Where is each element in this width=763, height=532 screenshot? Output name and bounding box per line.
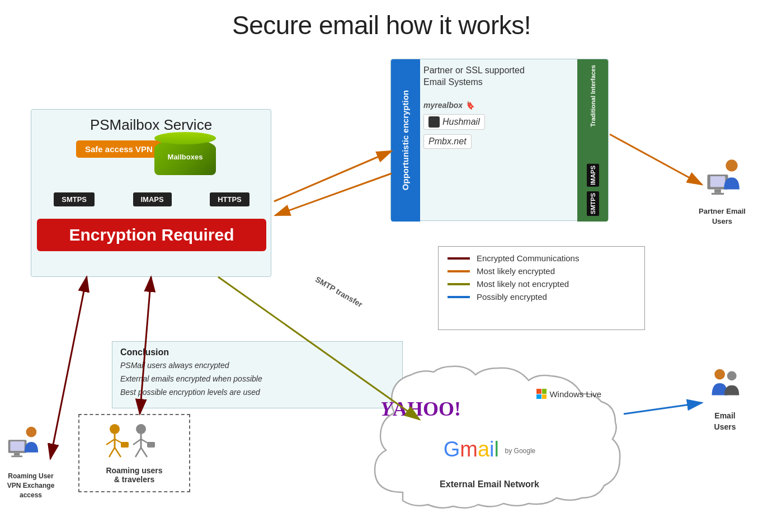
opp-enc-label: Opportunistic encryption — [400, 90, 411, 190]
windows-live-logo: Windows Live — [536, 389, 601, 399]
legend-label-likely: Most likely encrypted — [477, 266, 555, 276]
yahoo-logo: YAHOO! — [380, 397, 461, 421]
roaming-user-icon — [3, 425, 42, 467]
svg-rect-1 — [710, 176, 726, 187]
legend-label-possible: Possibly encrypted — [477, 292, 547, 302]
legend-item-likely: Most likely encrypted — [448, 266, 635, 276]
https-tag: HTTPS — [210, 192, 249, 206]
svg-rect-18 — [121, 442, 129, 448]
page-title: Secure email how it works! — [0, 0, 763, 40]
svg-line-23 — [135, 448, 141, 457]
external-network-label: External Email Network — [375, 479, 604, 489]
travelers-label: Roaming users & travelers — [106, 466, 162, 484]
external-email-cloud: YAHOO! Windows Live Gmail by Google Exte… — [358, 364, 621, 515]
conclusion-text: PSMail users always encrypted External e… — [120, 359, 394, 399]
svg-line-21 — [133, 439, 141, 445]
email-users-icon — [703, 366, 747, 408]
partner-person-icon — [703, 157, 742, 204]
svg-line-38 — [624, 403, 702, 414]
roaming-travelers-box: Roaming users & travelers — [78, 414, 190, 492]
svg-line-33 — [275, 173, 392, 215]
svg-point-5 — [714, 369, 725, 380]
svg-line-34 — [610, 134, 702, 185]
roaming-user: Roaming UserVPN Exchangeaccess — [3, 425, 59, 500]
trad-interfaces: Traditional Interfaces IMAPS SMTPS — [577, 59, 608, 222]
imaps-tag: IMAPS — [133, 192, 172, 206]
conclusion-line-3: Best possible encryption levels are used — [120, 386, 394, 399]
partner-text: Partner or SSL supported Email Systems — [423, 65, 541, 88]
myrealbox-row: myrealbox 🔖 — [423, 101, 541, 110]
ms-flag-icon — [536, 389, 547, 399]
trad-tags: IMAPS SMTPS — [587, 164, 599, 216]
svg-rect-9 — [14, 453, 20, 456]
partner-person-label: Partner EmailUsers — [691, 206, 753, 227]
svg-rect-10 — [11, 455, 22, 457]
legend-box: Encrypted Communications Most likely enc… — [438, 246, 645, 330]
pmbx-logo: Pmbx.net — [423, 134, 472, 149]
smtps-tag: SMTPS — [54, 192, 95, 206]
legend-label-not-encrypted: Most likely not encrypted — [477, 279, 569, 289]
smtps-trad-tag: SMTPS — [587, 191, 599, 216]
hushmail-logo: Hushmail — [423, 114, 485, 130]
hushmail-icon — [428, 116, 440, 128]
protocol-tags: SMTPS IMAPS HTTPS — [37, 192, 266, 206]
svg-rect-8 — [10, 441, 24, 451]
svg-line-24 — [141, 448, 147, 457]
legend-item-not-encrypted: Most likely not encrypted — [448, 279, 635, 289]
svg-rect-3 — [712, 193, 724, 195]
svg-line-32 — [274, 151, 392, 201]
svg-point-4 — [726, 159, 737, 171]
svg-line-16 — [109, 448, 115, 457]
svg-point-19 — [136, 424, 146, 434]
email-users: EmailUsers — [697, 366, 753, 432]
hushmail-row: Hushmail — [423, 114, 541, 130]
legend-line-possible — [448, 296, 470, 298]
svg-line-14 — [106, 439, 115, 445]
vpn-button[interactable]: Safe access VPN — [76, 140, 162, 158]
pmbx-row: Pmbx.net — [423, 134, 541, 149]
legend-item-encrypted: Encrypted Communications — [448, 253, 635, 263]
svg-rect-25 — [147, 442, 155, 448]
gmail-logo: Gmail by Google — [444, 437, 536, 462]
cloud-content: YAHOO! Windows Live Gmail by Google Exte… — [375, 380, 604, 492]
psmail-service-box: PSMailbox Service Safe access VPN Mailbo… — [31, 109, 271, 277]
email-users-label: EmailUsers — [697, 411, 753, 432]
opp-enc-logos: myrealbox 🔖 Hushmail Pmbx.net — [423, 101, 541, 149]
conclusion-line-2: External emails encrypted when possible — [120, 373, 394, 386]
roaming-user-label: Roaming UserVPN Exchangeaccess — [3, 472, 59, 500]
conclusion-title: Conclusion — [120, 347, 394, 357]
roaming-travelers-icon — [101, 422, 168, 462]
opp-enc-bar: Opportunistic encryption — [391, 59, 420, 222]
legend-line-encrypted — [448, 257, 470, 260]
opp-enc-container: Opportunistic encryption Partner or SSL … — [390, 59, 609, 221]
conclusion-line-1: PSMail users always encrypted — [120, 359, 394, 373]
legend-item-possible: Possibly encrypted — [448, 292, 635, 302]
legend-line-not-encrypted — [448, 283, 470, 285]
encryption-required-label: Encryption Required — [37, 219, 266, 251]
svg-line-17 — [115, 448, 121, 457]
svg-point-6 — [727, 371, 737, 380]
smtp-label: SMTP transfer — [314, 275, 364, 309]
partner-email-users: Partner EmailUsers — [691, 157, 753, 227]
myrealbox-logo: myrealbox 🔖 — [423, 101, 474, 110]
opp-enc-content: Partner or SSL supported Email Systems m… — [423, 65, 541, 153]
legend-label-encrypted: Encrypted Communications — [477, 253, 579, 263]
mailboxes-cylinder: Mailboxes — [154, 139, 216, 175]
psmail-title: PSMailbox Service — [31, 110, 271, 134]
trad-label: Traditional Interfaces — [590, 65, 596, 127]
svg-point-12 — [110, 424, 120, 434]
svg-rect-2 — [714, 189, 721, 192]
legend-line-likely — [448, 270, 470, 272]
svg-point-11 — [26, 427, 37, 437]
imaps-trad-tag: IMAPS — [587, 164, 599, 187]
